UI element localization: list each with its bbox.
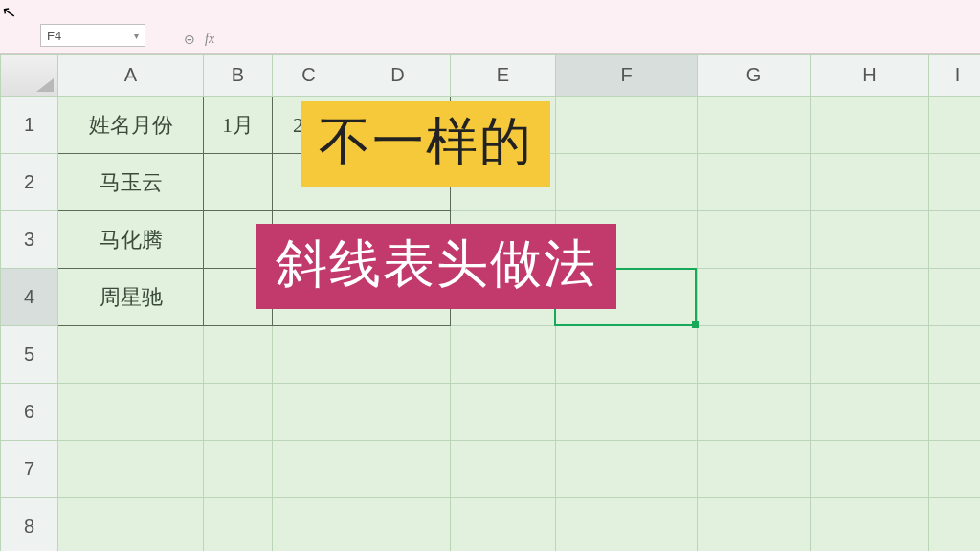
cell-A4[interactable]: 周星驰 <box>58 269 204 326</box>
formula-bar-area: F4 ▾ ⊝fx <box>0 0 980 54</box>
cell-C6[interactable] <box>273 384 345 441</box>
row-header-5[interactable]: 5 <box>1 326 58 384</box>
cell-G2[interactable] <box>698 154 811 211</box>
cell-I6[interactable] <box>929 384 981 441</box>
cell-B7[interactable] <box>204 441 273 498</box>
cell-F8[interactable] <box>556 498 698 552</box>
cell-D6[interactable] <box>345 384 451 441</box>
cell-F1[interactable] <box>556 97 698 154</box>
cell-B2[interactable] <box>204 154 273 211</box>
spreadsheet-grid[interactable]: A B C D E F G H I 1 姓名月份 1月 2月 2 马玉云 <box>0 54 980 551</box>
cell-D8[interactable] <box>345 498 451 552</box>
col-header-F[interactable]: F <box>556 55 698 97</box>
cell-I1[interactable] <box>929 97 981 154</box>
cell-A5[interactable] <box>58 326 204 384</box>
formula-controls: ⊝fx <box>184 32 214 47</box>
cell-H6[interactable] <box>811 384 929 441</box>
cell-I5[interactable] <box>929 326 981 384</box>
cell-A2[interactable]: 马玉云 <box>58 154 204 211</box>
col-header-A[interactable]: A <box>58 55 204 97</box>
cell-G7[interactable] <box>698 441 811 498</box>
cell-I4[interactable] <box>929 269 981 326</box>
cell-H4[interactable] <box>811 269 929 326</box>
cell-E8[interactable] <box>451 498 556 552</box>
cell-E7[interactable] <box>451 441 556 498</box>
col-header-C[interactable]: C <box>273 55 345 97</box>
fx-label[interactable]: fx <box>205 32 214 47</box>
cell-B8[interactable] <box>204 498 273 552</box>
col-header-G[interactable]: G <box>698 55 811 97</box>
cell-B5[interactable] <box>204 326 273 384</box>
cell-A1[interactable]: 姓名月份 <box>58 97 204 154</box>
cell-H2[interactable] <box>811 154 929 211</box>
cell-E6[interactable] <box>451 384 556 441</box>
cell-G8[interactable] <box>698 498 811 552</box>
row-header-8[interactable]: 8 <box>1 498 58 552</box>
row-header-7[interactable]: 7 <box>1 441 58 498</box>
cell-C5[interactable] <box>273 326 345 384</box>
cell-A8[interactable] <box>58 498 204 552</box>
select-all-corner[interactable] <box>1 55 58 97</box>
cell-B6[interactable] <box>204 384 273 441</box>
cell-E5[interactable] <box>451 326 556 384</box>
row-header-1[interactable]: 1 <box>1 97 58 154</box>
cell-G6[interactable] <box>698 384 811 441</box>
name-box-value: F4 <box>47 29 61 43</box>
overlay-yellow-label: 不一样的 <box>301 101 550 187</box>
col-header-E[interactable]: E <box>451 55 556 97</box>
cell-F7[interactable] <box>556 441 698 498</box>
cell-G1[interactable] <box>698 97 811 154</box>
cell-G4[interactable] <box>698 269 811 326</box>
overlay-magenta-label: 斜线表头做法 <box>256 224 616 309</box>
cell-I8[interactable] <box>929 498 981 552</box>
cell-D7[interactable] <box>345 441 451 498</box>
col-header-D[interactable]: D <box>345 55 451 97</box>
cell-F5[interactable] <box>556 326 698 384</box>
cell-C8[interactable] <box>273 498 345 552</box>
zoom-icon[interactable]: ⊝ <box>184 32 195 47</box>
cell-A6[interactable] <box>58 384 204 441</box>
cell-I7[interactable] <box>929 441 981 498</box>
cell-G5[interactable] <box>698 326 811 384</box>
cell-C7[interactable] <box>273 441 345 498</box>
name-box[interactable]: F4 ▾ <box>40 24 145 47</box>
cell-H5[interactable] <box>811 326 929 384</box>
cell-I2[interactable] <box>929 154 981 211</box>
dropdown-icon[interactable]: ▾ <box>134 31 139 41</box>
cell-A3[interactable]: 马化腾 <box>58 211 204 269</box>
row-header-2[interactable]: 2 <box>1 154 58 211</box>
cell-I3[interactable] <box>929 211 981 269</box>
cell-H7[interactable] <box>811 441 929 498</box>
cell-H3[interactable] <box>811 211 929 269</box>
row-header-4[interactable]: 4 <box>1 269 58 326</box>
cell-D5[interactable] <box>345 326 451 384</box>
cell-A7[interactable] <box>58 441 204 498</box>
cell-H8[interactable] <box>811 498 929 552</box>
cell-B1[interactable]: 1月 <box>204 97 273 154</box>
col-header-I[interactable]: I <box>929 55 981 97</box>
row-header-3[interactable]: 3 <box>1 211 58 269</box>
cell-G3[interactable] <box>698 211 811 269</box>
col-header-B[interactable]: B <box>204 55 273 97</box>
col-header-H[interactable]: H <box>811 55 929 97</box>
cell-H1[interactable] <box>811 97 929 154</box>
cell-F2[interactable] <box>556 154 698 211</box>
cell-F6[interactable] <box>556 384 698 441</box>
row-header-6[interactable]: 6 <box>1 384 58 441</box>
